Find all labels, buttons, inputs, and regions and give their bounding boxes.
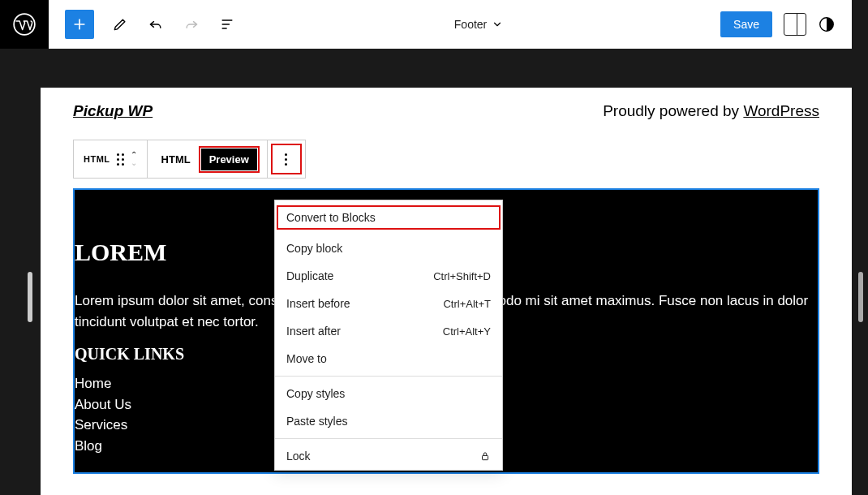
styles-button[interactable] — [818, 15, 836, 33]
wordpress-link[interactable]: WordPress — [743, 102, 819, 119]
menu-move-to[interactable]: Move to — [275, 345, 502, 372]
view-mode-cell: HTML Preview — [148, 140, 268, 178]
half-circle-icon — [818, 15, 836, 33]
list-view-icon — [219, 16, 235, 32]
pencil-icon — [112, 16, 128, 32]
scrollbar-right[interactable] — [858, 272, 863, 322]
powered-by-text: Proudly powered by WordPress — [603, 102, 819, 120]
menu-paste-styles[interactable]: Paste styles — [275, 407, 502, 435]
menu-convert-to-blocks[interactable]: Convert to Blocks — [275, 204, 502, 231]
block-mover: ⌃ ⌄ — [131, 151, 137, 167]
menu-copy-block[interactable]: Copy block — [275, 235, 502, 262]
menu-separator — [275, 376, 502, 377]
more-options-button[interactable] — [268, 140, 305, 178]
undo-icon — [148, 16, 164, 32]
top-right-tools: Save — [720, 11, 836, 37]
svg-rect-2 — [483, 455, 488, 459]
menu-lock[interactable]: Lock — [275, 442, 502, 470]
more-vertical-icon — [285, 153, 287, 166]
site-title-link[interactable]: Pickup WP — [73, 102, 153, 120]
list-view-button[interactable] — [217, 15, 237, 34]
html-mode-button[interactable]: HTML — [157, 153, 195, 166]
drag-handle-icon[interactable] — [117, 153, 124, 166]
settings-panel-button[interactable] — [784, 13, 806, 36]
move-down-button[interactable]: ⌄ — [131, 159, 137, 167]
wp-logo-button[interactable] — [0, 0, 49, 49]
template-selector[interactable]: Footer — [454, 18, 503, 31]
redo-icon — [183, 16, 200, 32]
block-options-menu: Convert to Blocks Copy block Duplicate C… — [274, 200, 503, 471]
scrollbar-left[interactable] — [28, 272, 32, 322]
top-left-tools — [65, 10, 237, 39]
wordpress-icon — [13, 13, 36, 36]
preview-mode-button[interactable]: Preview — [201, 148, 257, 170]
block-toolbar: HTML ⌃ ⌄ HTML Preview — [73, 140, 306, 179]
undo-button[interactable] — [146, 15, 165, 34]
block-type-label: HTML — [84, 154, 110, 164]
template-header-row: Pickup WP Proudly powered by WordPress — [73, 102, 819, 120]
add-block-button[interactable] — [65, 10, 94, 39]
menu-insert-before[interactable]: Insert before Ctrl+Alt+T — [275, 290, 502, 317]
redo-button[interactable] — [182, 15, 201, 34]
top-toolbar: Footer Save — [49, 0, 852, 49]
block-type-cell[interactable]: HTML ⌃ ⌄ — [74, 140, 148, 178]
template-title: Footer — [454, 18, 487, 31]
lock-icon — [479, 450, 491, 462]
menu-copy-styles[interactable]: Copy styles — [275, 380, 502, 407]
menu-insert-after[interactable]: Insert after Ctrl+Alt+Y — [275, 317, 502, 345]
plus-icon — [71, 16, 88, 32]
chevron-down-icon — [492, 19, 503, 30]
menu-duplicate[interactable]: Duplicate Ctrl+Shift+D — [275, 262, 502, 290]
menu-separator — [275, 438, 502, 439]
save-button[interactable]: Save — [720, 11, 772, 37]
tools-button[interactable] — [110, 15, 130, 34]
